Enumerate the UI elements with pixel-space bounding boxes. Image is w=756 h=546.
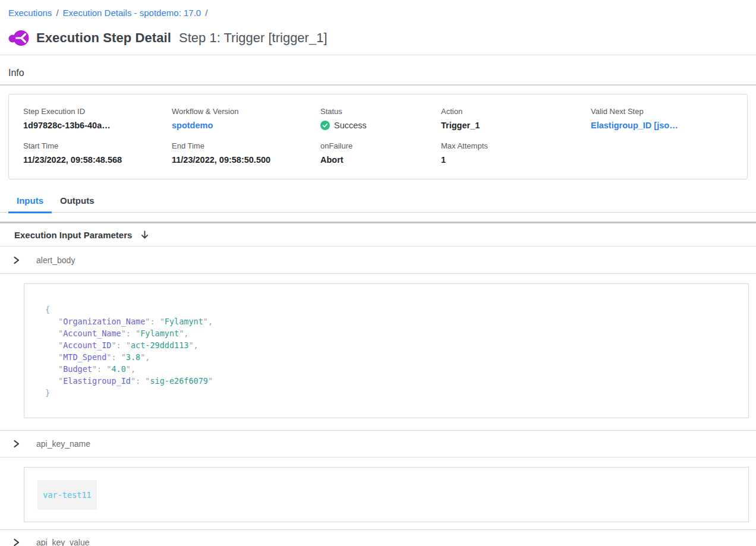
info-section-heading: Info: [0, 55, 756, 78]
field-start-time: Start Time 11/23/2022, 09:58:48.568: [23, 141, 172, 165]
chevron-right-icon: [12, 440, 20, 448]
field-status: Status Success: [320, 107, 441, 130]
param-row-api-key-name[interactable]: api_key_name: [0, 430, 756, 457]
field-step-execution-id: Step Execution ID 1d97828c-13b6-40a…: [23, 107, 172, 130]
divider: [0, 84, 756, 86]
field-label: End Time: [172, 141, 320, 150]
fylamynt-brand-icon: [8, 29, 30, 47]
arrow-down-icon[interactable]: [140, 230, 150, 240]
next-step-link[interactable]: Elastigroup_ID [jso…: [591, 121, 733, 130]
alert-body-json-viewer: { "Organization_Name": "Fylamynt", "Acco…: [24, 283, 749, 418]
page-subtitle: Step 1: Trigger [trigger_1]: [179, 30, 327, 46]
api-key-name-viewer: var-test11: [24, 467, 749, 522]
check-circle-icon: [320, 121, 330, 130]
field-valid-next-step: Valid Next Step Elastigroup_ID [jso…: [591, 107, 733, 130]
field-value: Trigger_1: [441, 121, 591, 130]
field-on-failure: onFailure Abort: [320, 141, 441, 165]
field-label: Workflow & Version: [172, 107, 320, 116]
page-header: Execution Step Detail Step 1: Trigger [t…: [0, 18, 756, 47]
params-title: Execution Input Parameters: [14, 230, 132, 240]
field-end-time: End Time 11/23/2022, 09:58:50.500: [172, 141, 320, 165]
breadcrumb-separator: /: [56, 8, 58, 18]
field-label: Max Attempts: [441, 141, 591, 150]
param-label: alert_body: [36, 255, 75, 265]
code-line: "Organization_Name": "Fylamynt",: [45, 315, 736, 327]
code-line: "Budget": "4.0",: [45, 363, 736, 375]
code-line: {: [45, 304, 736, 315]
params-header: Execution Input Parameters: [0, 223, 756, 247]
chevron-right-icon: [12, 256, 20, 264]
field-action: Action Trigger_1: [441, 107, 591, 130]
tab-bar: Inputs Outputs: [0, 191, 756, 213]
param-label: api_key_name: [36, 439, 90, 449]
param-row-api-key-value[interactable]: api_key_value: [0, 529, 756, 546]
status-text: Success: [334, 121, 367, 130]
status-badge: Success: [320, 121, 441, 130]
field-value: 11/23/2022, 09:58:50.500: [172, 155, 320, 165]
tab-outputs[interactable]: Outputs: [52, 191, 103, 213]
field-label: Step Execution ID: [23, 107, 172, 116]
code-line: "Account_Name": "Fylamynt",: [45, 327, 736, 339]
page-title: Execution Step Detail: [36, 30, 171, 46]
field-label: onFailure: [320, 141, 441, 150]
field-value: 1d97828c-13b6-40a…: [23, 121, 172, 130]
field-empty: [591, 141, 733, 165]
tab-inputs[interactable]: Inputs: [8, 191, 52, 213]
breadcrumb-separator: /: [205, 8, 207, 18]
param-row-alert-body[interactable]: alert_body: [0, 247, 756, 274]
workflow-link[interactable]: spotdemo: [172, 121, 320, 130]
info-card: Step Execution ID 1d97828c-13b6-40a… Wor…: [8, 94, 748, 179]
code-line: }: [45, 387, 736, 399]
code-line: "Elastigroup_Id": "sig-e26f6079": [45, 375, 736, 387]
field-value: 11/23/2022, 09:58:48.568: [23, 155, 172, 165]
field-label: Status: [320, 107, 441, 116]
field-value: Abort: [320, 155, 441, 165]
breadcrumb-link-execution-details[interactable]: Execution Details - spotdemo: 17.0: [63, 8, 201, 18]
breadcrumb: Executions / Execution Details - spotdem…: [0, 0, 756, 18]
field-value: 1: [441, 155, 591, 165]
field-label: Valid Next Step: [591, 107, 733, 116]
field-label: Action: [441, 107, 591, 116]
code-line: "Account_ID": "act-29ddd113",: [45, 339, 736, 351]
param-label: api_key_value: [36, 538, 90, 546]
field-max-attempts: Max Attempts 1: [441, 141, 591, 165]
breadcrumb-link-executions[interactable]: Executions: [8, 8, 52, 18]
chevron-right-icon: [12, 538, 20, 546]
api-key-name-value: var-test11: [37, 480, 97, 510]
field-label: Start Time: [23, 141, 172, 150]
field-workflow-version: Workflow & Version spotdemo: [172, 107, 320, 130]
code-line: "MTD_Spend": "3.8",: [45, 351, 736, 363]
